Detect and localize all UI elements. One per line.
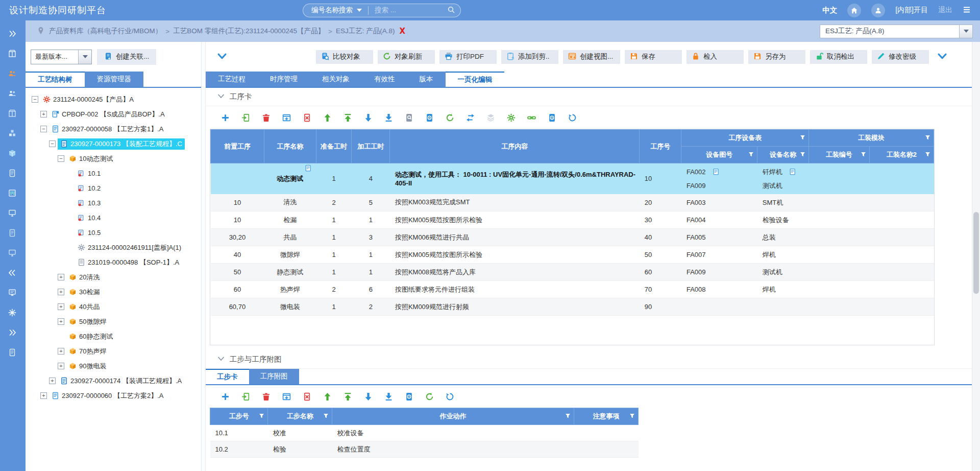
chevrons-right-icon[interactable] xyxy=(8,328,17,338)
toolbar-button[interactable]: 打印PDF xyxy=(439,50,497,64)
tree-node-label[interactable]: 30检漏 xyxy=(66,287,102,298)
window-add-icon[interactable] xyxy=(282,392,291,401)
expand-icon[interactable]: + xyxy=(58,289,64,295)
filter-icon[interactable] xyxy=(800,134,805,142)
doc-gear-icon[interactable] xyxy=(425,113,434,122)
layers-icon[interactable] xyxy=(486,113,495,122)
note-card-icon[interactable] xyxy=(305,165,312,173)
users-icon[interactable] xyxy=(8,89,17,99)
toolbar-button[interactable]: 保存 xyxy=(625,50,682,64)
expand-icon[interactable]: + xyxy=(58,274,64,280)
context-object-select[interactable]: ESJ工艺: 产品(A.8) xyxy=(820,25,973,38)
toolbar-button[interactable]: 添加到剪.. xyxy=(501,50,558,64)
filter-icon[interactable] xyxy=(925,151,930,159)
table-row[interactable]: 10.1校准校准设备 xyxy=(210,425,639,441)
chevron-down-icon[interactable] xyxy=(959,25,972,38)
tree-node[interactable]: 10.2 xyxy=(29,181,201,196)
move-down-icon[interactable] xyxy=(364,113,373,122)
tree-node-label[interactable]: 231124-0000245【产品】A xyxy=(40,94,136,105)
table-row[interactable]: 30,20共晶13按照KM006规范进行共晶40FA005总装 xyxy=(211,229,934,246)
tree-node-label[interactable]: 230927-0000060 【工艺方案2】.A xyxy=(49,390,166,402)
breadcrumb-segment[interactable]: ESJ工艺: 产品(A.8) xyxy=(336,27,395,36)
tree-node[interactable]: 231124-00002461911[盖板]A(1) xyxy=(29,240,201,255)
gear-icon[interactable] xyxy=(8,309,17,318)
sync-icon[interactable] xyxy=(446,392,454,401)
move-top-icon[interactable] xyxy=(344,392,352,401)
filter-icon[interactable] xyxy=(629,413,635,420)
expand-icon[interactable]: + xyxy=(58,363,64,369)
tab-工步卡[interactable]: 工步卡 xyxy=(206,369,249,384)
expand-icon[interactable]: + xyxy=(40,111,47,117)
tree-node-label[interactable]: 60静态测试 xyxy=(66,331,115,342)
filter-icon[interactable] xyxy=(861,151,866,159)
users-icon[interactable] xyxy=(8,69,17,79)
collapse-icon[interactable]: − xyxy=(40,126,47,132)
tree-node[interactable]: 10.5 xyxy=(29,225,201,240)
tab-版本[interactable]: 版本 xyxy=(407,72,446,87)
package-icon[interactable] xyxy=(8,50,17,59)
tree-node[interactable]: −10动态测试 xyxy=(29,151,201,166)
doc-outline-icon[interactable] xyxy=(8,348,17,358)
collapse-toolbar-icon[interactable] xyxy=(217,51,228,62)
tree-node[interactable]: +50微隙焊 xyxy=(29,314,201,329)
filter-icon[interactable] xyxy=(565,413,571,420)
doc-gear-icon[interactable] xyxy=(548,113,556,122)
tree-node-label[interactable]: 50微隙焊 xyxy=(66,316,109,327)
tree-node-label[interactable]: 10.3 xyxy=(75,198,103,208)
tree-node[interactable]: +20清洗 xyxy=(29,270,201,285)
tree-node[interactable]: +70热声焊 xyxy=(29,344,201,359)
tree-node-label[interactable]: 70热声焊 xyxy=(66,346,109,357)
user-avatar-icon[interactable] xyxy=(871,4,885,17)
move-up-icon[interactable] xyxy=(323,392,332,401)
tree-node[interactable]: 60静态测试 xyxy=(29,329,201,344)
tree-node[interactable]: +40共晶 xyxy=(29,299,201,314)
import-doc-icon[interactable] xyxy=(241,392,250,401)
remove-doc-icon[interactable] xyxy=(303,392,311,401)
toolbar-button[interactable]: 检入 xyxy=(687,50,744,64)
search-input[interactable]: 搜索 ... xyxy=(369,6,460,15)
tree-node-label[interactable]: 40共晶 xyxy=(66,301,102,313)
filter-icon[interactable] xyxy=(748,151,754,159)
expand-icon[interactable]: + xyxy=(58,348,64,355)
collapse-icon[interactable]: − xyxy=(49,140,56,147)
tree-node-label[interactable]: 10.2 xyxy=(75,183,103,193)
monitor-icon[interactable] xyxy=(8,209,17,218)
remove-doc-icon[interactable] xyxy=(303,113,311,122)
note-card-icon[interactable] xyxy=(790,169,796,177)
tree-node-label[interactable]: CPBOP-002 【S成品产品BOP】.A xyxy=(49,109,167,120)
table-row[interactable]: 10清洗25按照KM003规范完成SMT20FA003SMT机 xyxy=(211,194,934,211)
tab-资源管理器[interactable]: 资源管理器 xyxy=(85,72,144,87)
toolbar-button[interactable]: 取消检出 xyxy=(810,50,867,64)
swap-icon[interactable] xyxy=(466,113,475,122)
filter-icon[interactable] xyxy=(259,413,264,420)
logout-button[interactable]: 退出 xyxy=(938,6,952,15)
doc-outline-icon[interactable] xyxy=(8,169,17,178)
chevrons-left-icon[interactable] xyxy=(8,269,17,278)
tab-相关对象[interactable]: 相关对象 xyxy=(310,72,362,87)
toolbar-button[interactable]: 创建视图... xyxy=(563,50,620,64)
add-icon[interactable] xyxy=(221,113,230,122)
tree-node-label[interactable]: 230927-0000058 【工艺方案1】.A xyxy=(49,124,166,135)
tree-node[interactable]: 10.3 xyxy=(29,196,201,210)
table-row[interactable]: 50静态测试11按照KM008规范将产品入库60FA009测试机 xyxy=(211,264,934,281)
steps-section-header[interactable]: 工步与工序附图 xyxy=(206,350,972,369)
move-up-icon[interactable] xyxy=(323,113,332,122)
tree-node[interactable]: 231019-0000498 【SOP-1】.A xyxy=(29,255,201,270)
table-row[interactable]: 60,70微电装12按照KM009规范进行射频90 xyxy=(211,298,934,316)
panel-splitter[interactable] xyxy=(202,42,206,471)
close-tab-icon[interactable]: X xyxy=(399,27,405,36)
tree-node[interactable]: +30检漏 xyxy=(29,285,201,299)
window-add-icon[interactable] xyxy=(282,113,291,122)
toolbar-button[interactable]: 修改密级 xyxy=(872,50,929,64)
tree-node-label[interactable]: 10.4 xyxy=(75,213,103,223)
tree-node-label[interactable]: 231019-0000498 【SOP-1】.A xyxy=(75,257,182,268)
global-search[interactable]: 编号名称搜索 搜索 ... xyxy=(303,4,461,17)
package-icon[interactable] xyxy=(8,109,17,119)
scrollbar-thumb[interactable] xyxy=(973,212,979,294)
board-icon[interactable] xyxy=(8,189,17,198)
search-doc-icon[interactable] xyxy=(405,113,413,122)
tree-node[interactable]: 10.4 xyxy=(29,210,201,225)
expand-icon[interactable]: + xyxy=(40,392,47,399)
tree-node[interactable]: −230927-0000058 【工艺方案1】.A xyxy=(29,122,201,136)
filter-icon[interactable] xyxy=(800,151,805,159)
